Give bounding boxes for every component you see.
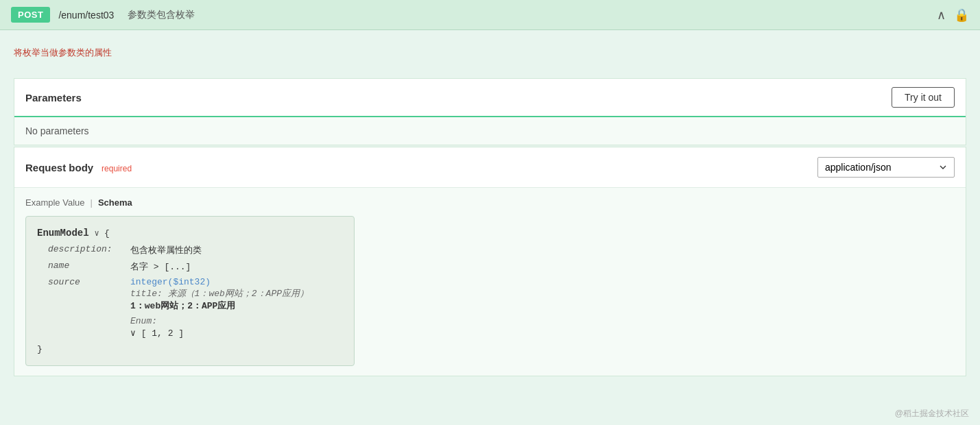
header-right: ∧ 🔒 [937,8,969,23]
method-badge: POST [11,7,50,23]
header-bar: POST /enum/test03 参数类包含枚举 ∧ 🔒 [0,0,980,30]
schema-row-description: description: 包含枚举属性的类 [48,244,343,256]
parameters-body: No parameters [14,117,966,145]
schema-model-header: EnumModel ∨ { [37,228,343,239]
collapse-icon[interactable]: ∧ [937,8,946,23]
schema-value-name: 名字 > [...] [130,260,343,273]
schema-enum-label: Enum: [130,316,184,326]
schema-source-values: 1：web网站；2：APP应用 [130,301,235,311]
no-parameters-text: No parameters [25,125,89,136]
try-it-out-button[interactable]: Try it out [892,87,955,108]
schema-integer-type: integer($int32) [130,277,211,287]
tab-separator: | [90,197,92,208]
schema-key-description: description: [48,244,130,254]
request-body-section: Request body required application/json t… [14,147,966,376]
schema-expand-icon[interactable]: ∨ [94,229,104,239]
required-badge: required [101,164,132,173]
schema-close-brace: } [37,344,343,354]
example-schema-tabs: Example Value | Schema [25,197,955,208]
parameters-header: Parameters Try it out [14,79,966,117]
request-body-title: Request body [25,162,93,173]
schema-enum-values: ∨ [ 1, 2 ] [130,328,184,339]
schema-enum-section: Enum: ∨ [ 1, 2 ] [130,316,184,339]
schema-row-source: source integer($int32) title: 来源（1：web网站… [48,277,343,339]
schema-box: EnumModel ∨ { description: 包含枚举属性的类 [25,216,355,366]
schema-fields: description: 包含枚举属性的类 name 名字 > [...] so… [48,244,343,339]
content-area: 将枚举当做参数类的属性 Parameters Try it out No par… [0,30,980,387]
tab-example-value[interactable]: Example Value [25,197,84,208]
schema-open-brace: { [104,228,110,239]
schema-model-name: EnumModel [37,228,89,239]
page-container: POST /enum/test03 参数类包含枚举 ∧ 🔒 将枚举当做参数类的属… [0,0,980,425]
parameters-section: Parameters Try it out No parameters [14,78,966,145]
schema-source-type: integer($int32) title: 来源（1：web网站；2：APP应… [130,277,309,312]
endpoint-description: 参数类包含枚举 [128,9,195,21]
schema-key-name: name [48,260,130,271]
tab-schema[interactable]: Schema [98,197,132,208]
footer-text: @稻土掘金技术社区 [895,408,969,420]
schema-row-name: name 名字 > [...] [48,260,343,273]
request-body-title-group: Request body required [25,162,132,173]
header-left: POST /enum/test03 参数类包含枚举 [11,7,195,23]
lock-icon: 🔒 [954,8,969,23]
request-body-content: Example Value | Schema EnumModel ∨ { [14,188,966,376]
request-body-header: Request body required application/json t… [14,147,966,188]
content-type-select[interactable]: application/json text/plain application/… [817,157,955,178]
schema-key-source: source [48,277,130,312]
schema-value-description: 包含枚举属性的类 [130,244,343,256]
schema-source-header: source integer($int32) title: 来源（1：web网站… [48,277,309,312]
endpoint-path: /enum/test03 [58,10,114,21]
schema-source-title: title: 来源（1：web网站；2：APP应用） [130,289,309,299]
parameters-title: Parameters [25,92,82,104]
description-text: 将枚举当做参数类的属性 [14,41,966,64]
